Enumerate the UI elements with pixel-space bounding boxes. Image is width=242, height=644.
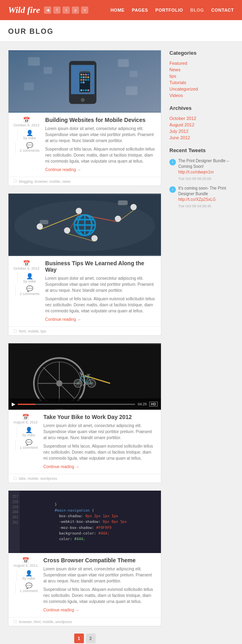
tag-list: browser, html, mobile, wordpress: [19, 620, 72, 624]
post-excerpt-1: Lorem ipsum dolor sit amet, consectetur …: [45, 126, 156, 144]
post-author-block: 👤 by mike: [17, 130, 38, 141]
post-content: Take Your Bike to Work Day 2012 Lorem ip…: [44, 414, 156, 472]
category-tips[interactable]: tips: [169, 74, 234, 78]
post-comments: 2 comments: [20, 292, 40, 297]
comments-icon: 💬: [26, 285, 33, 292]
archive-jul2012[interactable]: July 2012: [169, 129, 234, 134]
post-excerpt-1: Lorem ipsum dolor sit amet, consectetur …: [44, 566, 156, 584]
main-layout: 📅 October 8, 2012 👤 by mike 💬 2 comments…: [0, 42, 242, 644]
tag-icon: ☐: [13, 476, 17, 481]
post-image-code: 257258259260261262 } #main-navigation { …: [8, 491, 161, 553]
post-meta: 📅 October 6, 2012 👤 by mike 💬 2 comments…: [8, 256, 161, 326]
post-author-block: 👤 by mike: [17, 273, 38, 284]
post-tags: ☐ browser, html, mobile, wordpress: [8, 617, 161, 626]
svg-rect-24: [118, 200, 127, 205]
post-title[interactable]: Cross Browser Compatible Theme: [44, 557, 156, 564]
post-date-block: 📅 August 6, 2011: [13, 557, 38, 568]
post-excerpt-2: Suspendisse ut felis lacus. Aliquam euis…: [45, 296, 156, 314]
nav-portfolio[interactable]: PORTFOLIO: [155, 8, 183, 12]
post-comments: 2 comments: [20, 149, 40, 153]
video-progress-fill: [18, 404, 35, 405]
hd-badge: HD: [149, 402, 158, 407]
tweet-text: The Print Designer Bundle – Coming Soon!: [178, 159, 229, 169]
tweet-item: t It's coming soon- The Print Designer B…: [169, 186, 234, 209]
video-progress-bar[interactable]: [18, 404, 135, 405]
category-tutorials[interactable]: Tutorials: [169, 80, 234, 85]
blog-content: 📅 October 8, 2012 👤 by mike 💬 2 comments…: [8, 50, 161, 644]
post-comments-block: 💬 1 comment: [15, 582, 38, 594]
tag-icon: ☐: [13, 179, 17, 184]
category-videos[interactable]: Videos: [169, 93, 234, 98]
categories-title: Categories: [169, 50, 234, 58]
post-author: by mike: [23, 433, 35, 438]
category-news[interactable]: News: [169, 67, 234, 72]
nav-pages[interactable]: PAGES: [132, 8, 148, 12]
archives-section: Archives October 2012 August 2012 July 2…: [169, 105, 234, 140]
vimeo-icon[interactable]: v: [81, 6, 88, 14]
code-display: } #main-navigation { box-shadow: 0px 2px…: [51, 497, 131, 546]
rss-icon[interactable]: ◀: [44, 6, 51, 14]
tweet-link[interactable]: http://t.co/XZp2SxLG: [178, 197, 216, 202]
header-social-icons: ◀ f t p v: [44, 6, 88, 14]
nav-home[interactable]: HOME: [111, 8, 125, 12]
post-author-block: 👤 by mike: [17, 570, 37, 581]
post-title[interactable]: Building Websites for Mobile Devices: [45, 117, 156, 123]
post-date: October 8, 2012: [13, 123, 40, 128]
facebook-icon[interactable]: f: [53, 6, 60, 14]
post-tags: ☐ blogging, browser, mobile, news: [8, 177, 161, 186]
author-icon: 👤: [25, 427, 32, 433]
post-meta: 📅 August 8, 2012 👤 by mike 💬 1 comment T…: [8, 410, 161, 474]
continue-reading-link[interactable]: Continue reading →: [44, 464, 79, 469]
tweet-time: Tue Oct 09 09:25:00: [178, 176, 234, 182]
comments-icon: 💬: [25, 439, 32, 446]
nav-contact[interactable]: CONTACT: [211, 8, 234, 12]
tag-list: bike, mobile, wordpress: [19, 477, 57, 481]
page-2-button[interactable]: 2: [86, 634, 96, 643]
continue-reading-link[interactable]: Continue reading →: [45, 167, 81, 172]
tweet-item: t The Print Designer Bundle – Coming Soo…: [169, 158, 234, 182]
post-author: by mike: [23, 136, 36, 141]
post-comments-block: 💬 2 comments: [15, 142, 40, 153]
svg-point-23: [91, 235, 98, 242]
archive-aug2012[interactable]: August 2012: [169, 122, 234, 127]
continue-reading-link[interactable]: Continue reading →: [45, 317, 81, 322]
post-image-network: [8, 194, 161, 256]
video-time: 04:25: [138, 402, 147, 406]
nav-blog[interactable]: BLOG: [190, 8, 204, 12]
tweet-content: The Print Designer Bundle – Coming Soon!…: [178, 158, 234, 182]
archive-oct2012[interactable]: October 2012: [169, 116, 234, 121]
calendar-icon: 📅: [23, 260, 30, 266]
author-icon: 👤: [25, 570, 32, 576]
post-date-block: 📅 October 8, 2012: [13, 117, 40, 128]
comments-icon: 💬: [26, 142, 33, 149]
tweet-link[interactable]: http://t.co/rdwqm1m: [178, 170, 214, 174]
post-content: Business Tips We Learned Along the Way L…: [45, 260, 156, 325]
tag-list: html, mobile, tips: [19, 329, 46, 333]
tag-list: blogging, browser, mobile, news: [19, 180, 71, 184]
tag-icon: ☐: [13, 619, 17, 624]
post-tags: ☐ bike, mobile, wordpress: [8, 474, 161, 483]
video-controls[interactable]: ▶ 04:25 HD: [8, 398, 161, 410]
post-excerpt-1: Lorem ipsum dolor sit amet, consectetur …: [45, 275, 156, 293]
continue-reading-link[interactable]: Continue reading →: [44, 608, 79, 612]
post-title[interactable]: Business Tips We Learned Along the Way: [45, 260, 156, 273]
pinterest-icon[interactable]: p: [72, 6, 79, 14]
post-meta: 📅 October 8, 2012 👤 by mike 💬 2 comments…: [8, 113, 161, 177]
calendar-icon: 📅: [22, 414, 29, 420]
calendar-icon: 📅: [23, 117, 30, 123]
category-uncategorized[interactable]: Uncategorized: [169, 87, 234, 91]
page-title-bar: OUR BLOG: [0, 20, 242, 42]
twitter-bird-icon: t: [169, 159, 176, 165]
archive-jun2012[interactable]: June 2012: [169, 135, 234, 140]
page-title: OUR BLOG: [8, 27, 234, 36]
category-featured[interactable]: Featured: [169, 61, 234, 66]
twitter-icon[interactable]: t: [63, 6, 70, 14]
svg-rect-3: [71, 65, 94, 94]
post-excerpt-2: Suspendisse ut felis lacus. Aliquam euis…: [44, 586, 156, 605]
svg-rect-25: [40, 220, 48, 224]
play-button[interactable]: ▶: [12, 401, 15, 407]
post-title[interactable]: Take Your Bike to Work Day 2012: [44, 414, 156, 420]
site-logo[interactable]: Wild fire: [8, 5, 40, 15]
page-1-button[interactable]: 1: [74, 634, 84, 643]
svg-point-19: [76, 208, 82, 214]
